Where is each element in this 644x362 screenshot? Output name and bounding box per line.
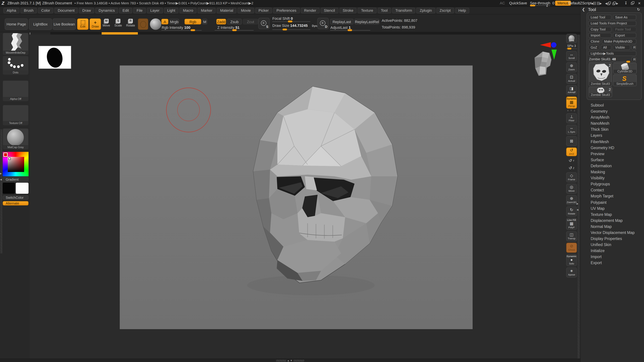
see-through-slider-handle[interactable]	[530, 5, 535, 6]
menu-item[interactable]: Edit	[119, 8, 132, 13]
menu-item[interactable]: Zplugin	[416, 8, 435, 13]
menu-item[interactable]: Transform	[392, 8, 415, 13]
menu-item[interactable]: Preferences	[273, 8, 300, 13]
active-tool-handle[interactable]	[626, 61, 630, 63]
anchor-mode-button[interactable]: A	[161, 19, 168, 24]
rgb-intensity-handle[interactable]	[190, 29, 195, 31]
adjust-last-slider-label[interactable]: AdjustLast 1	[330, 25, 351, 29]
tool-section-item[interactable]: Deformation	[580, 163, 644, 169]
menu-item[interactable]: Tool	[378, 8, 391, 13]
rgb-mode-button[interactable]: Rgb	[184, 19, 201, 24]
strip-button[interactable]: ◇ Frame	[566, 172, 577, 182]
replay-last-button[interactable]: ReplayLast	[330, 19, 354, 24]
secondary-color-swatch[interactable]	[16, 183, 28, 194]
goz-visible-button[interactable]: Visible	[613, 45, 630, 50]
menu-item[interactable]: Layer	[147, 8, 163, 13]
menu-item[interactable]: Texture	[358, 8, 376, 13]
menu-item[interactable]: Dynamics	[95, 8, 118, 13]
strip-button[interactable]: ◨ AAHalf	[566, 85, 577, 95]
zsub-mode-button[interactable]: Zsub	[227, 19, 242, 24]
sculpt-canvas[interactable]	[120, 65, 472, 329]
strip-button[interactable]: ↺ XYZ	[566, 147, 577, 156]
goz-r-button[interactable]: R	[632, 45, 636, 50]
menu-item[interactable]: Draw	[79, 8, 94, 13]
quicksave-button[interactable]: QuickSave	[509, 1, 527, 5]
switch-color-button[interactable]: SwitchColor	[3, 195, 28, 200]
tool-section-item[interactable]: Thick Skin	[580, 126, 644, 133]
tool-section-item[interactable]: Initialize	[580, 248, 644, 254]
export-button[interactable]: Export	[613, 33, 636, 38]
make-polymesh3d-button[interactable]: Make PolyMesh3D	[602, 39, 636, 44]
main-color-swatch[interactable]	[3, 183, 15, 194]
current-brush-thumbnail[interactable]: MoveInfiniteDep	[3, 33, 28, 55]
mrgb-mode-button[interactable]: Mrgb	[170, 19, 179, 24]
menu-item[interactable]: Marker	[198, 8, 216, 13]
live-boolean-button[interactable]: Live Boolean	[53, 18, 76, 30]
color-picker[interactable]	[3, 152, 28, 176]
strip-button[interactable]: ⊕ Zoom	[566, 62, 577, 72]
goz-all-button[interactable]: All	[601, 45, 612, 50]
draw-size-track[interactable]	[272, 29, 310, 30]
strip-button[interactable]: Dynamic ● Solo	[566, 254, 577, 266]
scale-mode-button[interactable]: S Scale	[114, 19, 122, 27]
tool-section-item[interactable]: Import	[580, 254, 644, 260]
draw-size-slider-label[interactable]: Draw Size 144.73245	[272, 23, 308, 27]
draw-size-handle[interactable]	[282, 28, 287, 30]
tool-section-item[interactable]: Vector Displacement Map	[580, 230, 644, 236]
current-material-sphere[interactable]	[150, 18, 161, 30]
menu-item[interactable]: Material	[217, 8, 236, 13]
menu-item[interactable]: Help	[455, 8, 469, 13]
import-button[interactable]: Import	[588, 33, 612, 38]
strip-button[interactable]: ⇔ L.Sym	[566, 125, 577, 135]
rgb-intensity-slider-label[interactable]: Rgb Intensity 100	[162, 25, 190, 29]
window-cycle-next-icon[interactable]: ▶	[612, 2, 618, 5]
depth-picker-button[interactable]: D	[317, 18, 329, 29]
save-as-button[interactable]: Save As	[613, 15, 636, 20]
paste-tool-button[interactable]: Paste Tool	[613, 27, 636, 32]
tool-thumbnail-simplebrush[interactable]: S SimpleBrush	[613, 74, 636, 86]
gradient-button[interactable]: Gradient	[3, 177, 28, 182]
z-intensity-handle[interactable]	[232, 29, 237, 31]
tray-shift-right-icon[interactable]: ▶	[597, 2, 602, 5]
tool-section-item[interactable]: Displacement Map	[580, 218, 644, 224]
bpr-render-button[interactable]: BPR	[566, 34, 577, 43]
menu-item[interactable]: Alpha	[3, 8, 20, 13]
tool-section-item[interactable]: Texture Map	[580, 211, 644, 217]
menu-item[interactable]: Brush	[20, 8, 37, 13]
left-divider-close-arrow[interactable]: ◀	[0, 178, 2, 181]
m-mode-button[interactable]: M	[202, 19, 207, 24]
right-divider-close-arrow[interactable]: ◀	[576, 209, 578, 211]
clone-button[interactable]: Clone	[588, 39, 600, 44]
tool-section-item[interactable]: ArrayMesh	[580, 114, 644, 120]
strip-button[interactable]: ◎ Move	[566, 184, 577, 194]
zadd-mode-button[interactable]: Zadd	[216, 19, 226, 24]
edit-mode-button[interactable]: Edit	[77, 18, 88, 30]
rotate-mode-button[interactable]: R Rotate	[126, 19, 135, 27]
tool-section-item[interactable]: Contact	[580, 187, 644, 193]
copy-tool-button[interactable]: Copy Tool	[588, 27, 612, 32]
menu-item[interactable]: File	[133, 8, 146, 13]
strip-button[interactable]: ⊕ Zoom3D	[566, 195, 577, 205]
window-cycle-prev-icon[interactable]: ◀	[605, 2, 611, 5]
current-texture-thumbnail[interactable]: Texture Off	[3, 105, 28, 125]
strip-button[interactable]: ⊘ Ghost	[566, 243, 577, 253]
tool-thumbnail-cylinder[interactable]: Cylinder3D	[613, 63, 636, 74]
tool-section-item[interactable]: Display Properties	[580, 236, 644, 242]
strip-button[interactable]: ∗ Xpose	[566, 268, 577, 278]
strip-button[interactable]: ↻ Rotate	[566, 206, 577, 217]
minimize-button[interactable]: ↧	[623, 1, 628, 6]
tool-section-item[interactable]: Subtool	[580, 102, 644, 108]
bottom-divider-left[interactable]	[276, 360, 286, 362]
restore-button[interactable]	[630, 1, 635, 6]
tool-thumbnail-skull-large[interactable]: 2 Zombie Skull3	[589, 63, 612, 86]
menu-item[interactable]: Document	[54, 8, 78, 13]
tool-section-item[interactable]: FiberMesh	[580, 139, 644, 145]
tool-section-item[interactable]: Geometry	[580, 108, 644, 114]
bottom-divider-right[interactable]	[294, 360, 304, 362]
adjust-last-handle[interactable]	[348, 29, 352, 31]
strip-button[interactable]: Dynamic ▦ Persp	[566, 96, 577, 109]
focal-shift-handle[interactable]	[288, 20, 292, 22]
active-tool-track[interactable]	[588, 62, 630, 62]
rgb-intensity-track[interactable]	[161, 30, 202, 30]
load-tool-button[interactable]: Load Tool	[588, 15, 612, 20]
